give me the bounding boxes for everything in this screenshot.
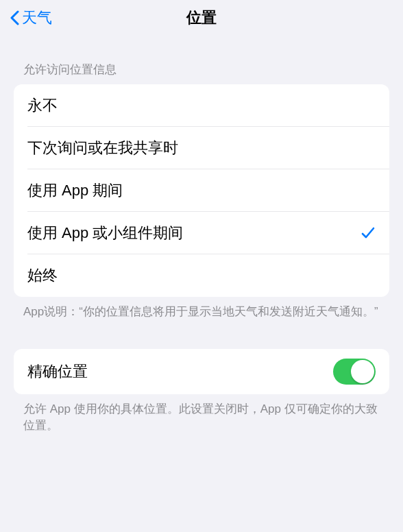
- chevron-left-icon: [8, 8, 21, 27]
- access-section-header: 允许访问位置信息: [0, 36, 403, 84]
- option-label: 永不: [27, 95, 58, 116]
- back-label: 天气: [22, 8, 52, 28]
- option-label: 始终: [27, 265, 58, 286]
- option-label: 使用 App 期间: [27, 180, 123, 201]
- checkmark-icon: [361, 98, 376, 113]
- access-options-group: 永不 下次询问或在我共享时 使用 App 期间 使用 App 或小组件期间 始终: [14, 84, 389, 297]
- page-title: 位置: [186, 8, 217, 28]
- back-button[interactable]: 天气: [5, 5, 55, 31]
- access-option-always[interactable]: 始终: [14, 254, 389, 297]
- access-option-while-using-app-or-widgets[interactable]: 使用 App 或小组件期间: [14, 212, 389, 254]
- checkmark-icon: [361, 183, 376, 198]
- option-label: 下次询问或在我共享时: [27, 138, 178, 158]
- precise-location-row[interactable]: 精确位置: [14, 349, 389, 394]
- option-label: 使用 App 或小组件期间: [27, 223, 183, 243]
- access-section-footer: App说明：“你的位置信息将用于显示当地天气和发送附近天气通知。”: [0, 297, 403, 320]
- navigation-bar: 天气 位置: [0, 0, 403, 36]
- precise-location-label: 精确位置: [27, 361, 88, 382]
- access-option-ask-next-time[interactable]: 下次询问或在我共享时: [14, 127, 389, 169]
- access-option-never[interactable]: 永不: [14, 84, 389, 127]
- checkmark-icon: [361, 141, 376, 156]
- access-option-while-using-app[interactable]: 使用 App 期间: [14, 169, 389, 212]
- checkmark-icon: [361, 226, 376, 241]
- precise-location-group: 精确位置: [14, 349, 389, 394]
- precise-section-footer: 允许 App 使用你的具体位置。此设置关闭时，App 仅可确定你的大致位置。: [0, 394, 403, 434]
- toggle-knob: [351, 360, 374, 383]
- checkmark-icon: [361, 268, 376, 283]
- precise-location-toggle[interactable]: [333, 359, 376, 385]
